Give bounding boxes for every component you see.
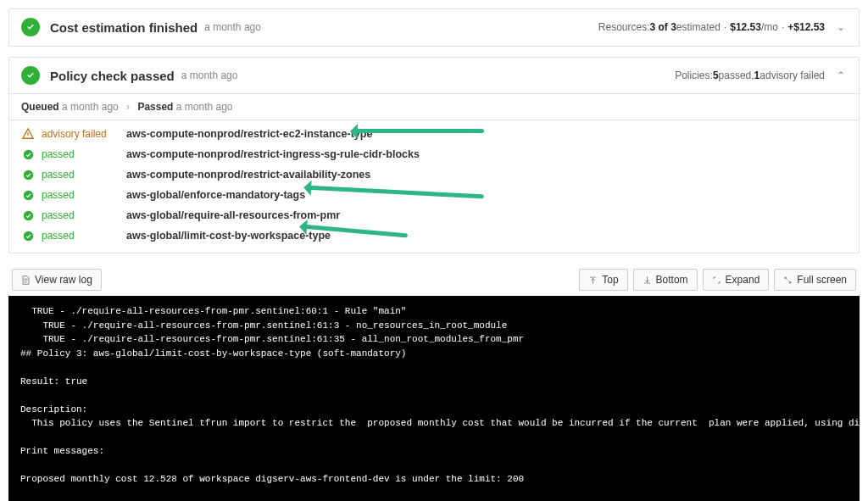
policy-row[interactable]: passed aws-compute-nonprod/restrict-avai… (21, 164, 847, 185)
cost-estimation-panel: Cost estimation finished a month ago Res… (8, 8, 860, 47)
cost-panel-time: a month ago (204, 21, 261, 33)
policy-panel-title: Policy check passed (50, 69, 175, 83)
terminal-output[interactable]: TRUE - ./require-all-resources-from-pmr.… (8, 296, 860, 501)
policy-row[interactable]: passed aws-global/limit-cost-by-workspac… (21, 225, 847, 246)
pass-check-icon (21, 231, 35, 242)
policy-status-breadcrumb: Queued a month ago › Passed a month ago (9, 94, 859, 120)
chevron-down-icon[interactable]: ⌄ (835, 21, 847, 33)
policy-row[interactable]: advisory failed aws-compute-nonprod/rest… (21, 124, 847, 144)
view-raw-log-button[interactable]: View raw log (12, 269, 102, 291)
policy-status: passed (42, 230, 126, 242)
policy-status: passed (42, 148, 126, 160)
policy-status: advisory failed (42, 128, 126, 140)
pass-check-icon (21, 149, 35, 160)
policy-name: aws-compute-nonprod/restrict-ec2-instanc… (126, 128, 372, 140)
scroll-top-button[interactable]: Top (579, 269, 627, 291)
expand-icon (712, 276, 721, 285)
pass-check-icon (21, 210, 35, 221)
scroll-bottom-button[interactable]: Bottom (633, 269, 698, 291)
log-toolbar: View raw log Top Bottom Expand Full scre… (8, 264, 860, 296)
policy-panel-time: a month ago (181, 70, 238, 81)
policy-summary: Policies: 5 passed, 1 advisory failed ⌃ (675, 70, 847, 81)
policy-row[interactable]: passed aws-global/require-all-resources-… (21, 205, 847, 225)
annotation-arrow (353, 129, 484, 133)
policy-name: aws-compute-nonprod/restrict-availabilit… (126, 169, 370, 181)
chevron-up-icon[interactable]: ⌃ (835, 70, 847, 81)
policy-status: passed (42, 169, 126, 181)
warning-icon (21, 128, 35, 140)
cost-summary: Resources: 3 of 3 estimated · $12.53 /mo… (598, 21, 847, 33)
policy-name: aws-global/enforce-mandatory-tags (126, 189, 305, 201)
pass-check-icon (21, 190, 35, 201)
fullscreen-icon (783, 276, 793, 285)
arrow-top-icon (588, 276, 598, 285)
arrow-bottom-icon (643, 276, 652, 285)
full-screen-button[interactable]: Full screen (774, 269, 856, 291)
expand-button[interactable]: Expand (703, 269, 770, 291)
cost-panel-header[interactable]: Cost estimation finished a month ago Res… (9, 9, 859, 46)
policy-status: passed (42, 189, 126, 201)
success-check-icon (21, 66, 40, 85)
policy-name: aws-global/require-all-resources-from-pm… (126, 209, 340, 221)
success-check-icon (21, 18, 40, 36)
policy-check-panel: Policy check passed a month ago Policies… (8, 57, 860, 253)
pass-check-icon (21, 170, 35, 181)
policy-status: passed (42, 209, 126, 221)
file-icon (21, 276, 31, 285)
policy-list: advisory failed aws-compute-nonprod/rest… (9, 120, 859, 253)
cost-panel-title: Cost estimation finished (50, 20, 198, 35)
policy-row[interactable]: passed aws-compute-nonprod/restrict-ingr… (21, 144, 847, 164)
policy-panel-header[interactable]: Policy check passed a month ago Policies… (9, 58, 859, 94)
policy-name: aws-compute-nonprod/restrict-ingress-sg-… (126, 148, 420, 160)
